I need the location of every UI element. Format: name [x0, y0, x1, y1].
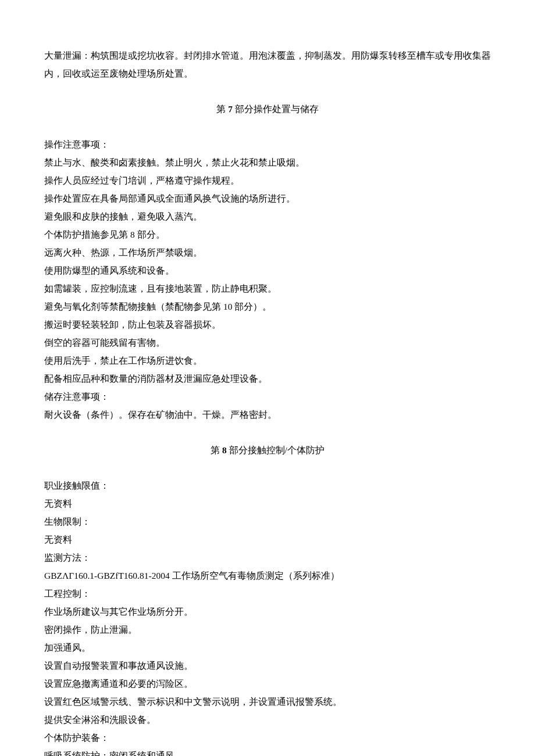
- text-line: 耐火设备（条件）。保存在矿物油中。干燥。严格密封。: [44, 406, 491, 424]
- text-line: 远离火种、热源，工作场所严禁吸烟。: [44, 243, 491, 261]
- section-8-body: 职业接触限值： 无资料 生物限制： 无资料 监测方法： GBZΛΓ160.1-G…: [44, 476, 491, 756]
- section-7-suffix: 部分操作处置与储存: [233, 104, 319, 114]
- text-line: 生物限制：: [44, 513, 491, 531]
- text-line: 使用后洗手，禁止在工作场所进饮食。: [44, 352, 491, 370]
- section-8-title: 第 8 部分接触控制/个体防护: [44, 441, 491, 459]
- text-line: 个体防护装备：: [44, 729, 491, 747]
- text-line: 操作处置应在具备局部通风或全面通风换气设施的场所进行。: [44, 189, 491, 207]
- text-line: 职业接触限值：: [44, 476, 491, 495]
- text-line: 禁止与水、酸类和卤素接触。禁止明火，禁止火花和禁止吸烟。: [44, 153, 491, 171]
- intro-paragraph: 大量泄漏：构筑围堤或挖坑收容。封闭排水管道。用泡沫覆盖，抑制蒸发。用防爆泵转移至…: [44, 46, 491, 83]
- text-line: 配备相应品种和数量的消防器材及泄漏应急处理设备。: [44, 370, 491, 388]
- text-line: 密闭操作，防止泄漏。: [44, 621, 491, 639]
- section-7-prefix: 第: [216, 104, 228, 114]
- text-line: 呼吸系统防护：密闭系统和通风。: [44, 747, 491, 756]
- section-8-number: 8: [222, 445, 227, 455]
- section-7-body: 操作注意事项： 禁止与水、酸类和卤素接触。禁止明火，禁止火花和禁止吸烟。 操作人…: [44, 135, 491, 424]
- text-line: 工程控制：: [44, 585, 491, 603]
- text-line: 操作人员应经过专门培训，严格遵守操作规程。: [44, 171, 491, 189]
- text-line: 设置自动报警装置和事故通风设施。: [44, 657, 491, 675]
- section-7-number: 7: [228, 104, 233, 114]
- text-line: 如需罐装，应控制流速，且有接地装置，防止静电积聚。: [44, 280, 491, 298]
- section-8-suffix: 部分接触控制/个体防护: [227, 445, 324, 455]
- text-line: 倒空的容器可能残留有害物。: [44, 334, 491, 352]
- section-8-prefix: 第: [211, 445, 222, 455]
- text-line: 加强通风。: [44, 639, 491, 657]
- text-line: 个体防护措施参见第 8 部分。: [44, 225, 491, 243]
- text-line: 无资料: [44, 495, 491, 513]
- text-line: 避免眼和皮肤的接触，避免吸入蒸汽。: [44, 207, 491, 225]
- text-line: 设置红色区域警示线、警示标识和中文警示说明，并设置通讯报警系统。: [44, 693, 491, 711]
- text-line: 作业场所建议与其它作业场所分开。: [44, 603, 491, 621]
- text-line: 避免与氧化剂等禁配物接触（禁配物参见第 10 部分）。: [44, 298, 491, 316]
- text-line: 使用防爆型的通风系统和设备。: [44, 261, 491, 280]
- text-line: 储存注意事项：: [44, 388, 491, 406]
- text-line: 监测方法：: [44, 549, 491, 567]
- text-line: 操作注意事项：: [44, 135, 491, 153]
- text-line: GBZΛΓ160.1-GBZfT160.81-2004 工作场所空气有毒物质测定…: [44, 567, 491, 585]
- text-line: 提供安全淋浴和洗眼设备。: [44, 711, 491, 729]
- text-line: 无资料: [44, 531, 491, 549]
- text-line: 搬运时要轻装轻卸，防止包装及容器损坏。: [44, 316, 491, 334]
- text-line: 设置应急撤离通道和必要的泻险区。: [44, 675, 491, 693]
- section-7-title: 第 7 部分操作处置与储存: [44, 100, 491, 118]
